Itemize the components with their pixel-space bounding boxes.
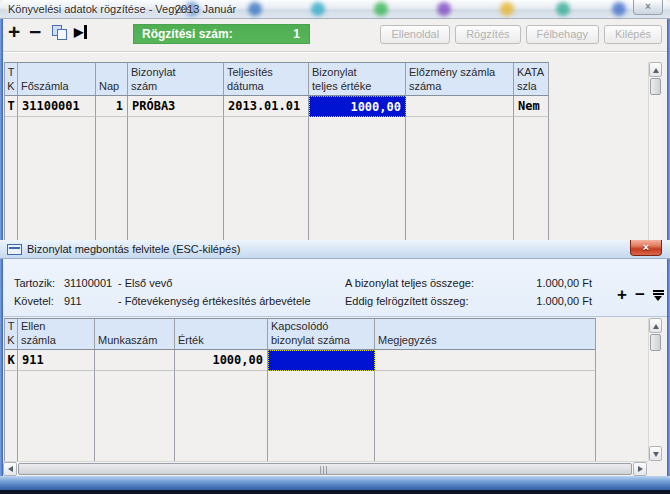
goto-last-record-icon[interactable]: ▶: [74, 25, 87, 39]
credit-label: Követel:: [14, 295, 54, 308]
rogzites-button[interactable]: Rögzítés: [455, 25, 520, 44]
scroll-thumb[interactable]: [650, 78, 661, 95]
scroll-thumb[interactable]: [18, 463, 632, 475]
recorded-amount-value: 1.000,00 Ft: [492, 295, 592, 308]
bar: [653, 290, 664, 292]
desktop-icon-blur: [374, 2, 388, 16]
felbehagy-button[interactable]: Félbehagy: [526, 25, 599, 44]
dialog-grid-empty-area: [4, 371, 596, 461]
header-teljesites-datuma: Teljesítésdátuma: [224, 62, 309, 96]
empty-cell: [514, 117, 549, 240]
remove-split-icon[interactable]: −: [635, 287, 645, 303]
recorded-amount-label: Eddig felrögzített összeg:: [345, 295, 469, 308]
debit-description: - Első vevő: [118, 277, 172, 290]
empty-cell: [18, 371, 95, 461]
header-tk: TK: [5, 318, 18, 350]
add-split-icon[interactable]: +: [617, 287, 627, 303]
header-ertek: Érték: [175, 318, 268, 350]
collapse-menu-icon[interactable]: [653, 289, 664, 301]
scroll-thumb[interactable]: [650, 334, 661, 351]
cell-kata-szla[interactable]: Nem: [514, 96, 549, 117]
dialog-horizontal-scrollbar[interactable]: [3, 461, 648, 476]
record-counter-label: Rögzítési szám:: [142, 27, 233, 41]
cell-tk[interactable]: T: [5, 96, 18, 117]
total-amount-label: A bizonylat teljes összege:: [345, 277, 474, 290]
empty-cell: [5, 117, 18, 240]
dialog-form-icon: [7, 244, 22, 255]
desktop-icon-blur: [311, 2, 325, 16]
copy-icon[interactable]: [52, 25, 67, 40]
empty-cell: [268, 371, 375, 461]
debit-label: Tartozik:: [14, 277, 55, 290]
dialog-row-tools: + −: [617, 287, 664, 303]
cell-bizonylat-teljes-erteke-selected[interactable]: 1000,00: [309, 96, 406, 117]
empty-cell: [224, 117, 309, 240]
empty-cell: [375, 371, 596, 461]
header-kapcsolodo-bizonylat: Kapcsolódóbizonylat száma: [268, 318, 375, 350]
bar: [653, 293, 664, 295]
arrow-down-icon: [653, 452, 659, 457]
header-megjegyzes: Megjegyzés: [375, 318, 596, 350]
empty-cell: [309, 117, 406, 240]
empty-cell: [406, 117, 514, 240]
cell-megjegyzes[interactable]: [375, 350, 596, 371]
total-amount-value: 1.000,00 Ft: [492, 277, 592, 290]
window-title: Könyvelési adatok rögzítése - Vegyes: [8, 0, 191, 18]
kilepes-button[interactable]: Kilépés: [604, 25, 662, 44]
arrow-up-icon: [653, 324, 659, 329]
bizonylat-megbontas-dialog: Bizonylat megbontás felvitele (ESC-kilép…: [0, 240, 670, 494]
desktop-icon-blur: [248, 2, 262, 16]
empty-cell: [175, 371, 268, 461]
debit-value: 31100001: [64, 277, 112, 290]
cell-ellen-szamla[interactable]: 911: [18, 350, 95, 371]
empty-cell: [95, 371, 175, 461]
header-kata-szla: KATAszla: [514, 62, 549, 96]
empty-cell: [96, 117, 128, 240]
add-record-icon[interactable]: +: [8, 22, 20, 42]
dialog-titlebar: Bizonylat megbontás felvitele (ESC-kilép…: [0, 240, 670, 259]
cell-ertek[interactable]: 1000,00: [175, 350, 268, 371]
cell-munkaszam[interactable]: [95, 350, 175, 371]
scroll-up-button[interactable]: [649, 62, 662, 77]
cell-teljesites-datuma[interactable]: 2013.01.01: [224, 96, 309, 117]
triangle-down-icon: [654, 296, 662, 301]
main-grid-empty-area: [4, 117, 549, 240]
dialog-vertical-scrollbar[interactable]: [648, 318, 661, 461]
cell-nap[interactable]: 1: [96, 96, 128, 117]
delete-record-icon[interactable]: −: [29, 22, 41, 42]
arrow-left-icon: [8, 466, 13, 472]
dialog-bottom-edge: [0, 490, 670, 494]
scroll-right-button[interactable]: [633, 462, 647, 476]
header-ellen-szamla: Ellenszámla: [18, 318, 95, 350]
main-grid-header: TK Főszámla Nap Bizonylatszám Teljesítés…: [4, 62, 549, 96]
ellenoldal-button[interactable]: Ellenoldal: [380, 25, 450, 44]
close-icon: ×: [645, 1, 651, 12]
copy-icon-front: [57, 29, 67, 40]
credit-description: - Főtevékenység értékesítés árbevétele: [118, 295, 311, 308]
window-close-button[interactable]: ×: [633, 0, 663, 15]
scroll-up-button[interactable]: [649, 318, 662, 333]
titlebar: Könyvelési adatok rögzítése - Vegyes 201…: [0, 0, 670, 19]
record-counter-banner: Rögzítési szám: 1: [133, 24, 310, 44]
arrow-up-icon: [653, 68, 659, 73]
header-foszamla: Főszámla: [18, 62, 96, 96]
scroll-down-button[interactable]: [649, 446, 662, 461]
thumb-grip: [320, 466, 329, 474]
application-window: Könyvelési adatok rögzítése - Vegyes 201…: [0, 0, 670, 494]
dialog-close-button[interactable]: ×: [630, 240, 662, 256]
cell-elozmeny-szamla[interactable]: [406, 96, 514, 117]
header-bizonylat-szam: Bizonylatszám: [128, 62, 224, 96]
header-elozmeny-szamla: Előzmény számlaszáma: [406, 62, 514, 96]
close-icon: ×: [643, 241, 649, 253]
arrow-right-icon: [638, 466, 643, 472]
empty-cell: [18, 117, 96, 240]
cell-foszamla[interactable]: 31100001: [18, 96, 96, 117]
scroll-left-button[interactable]: [3, 462, 17, 476]
cell-tk[interactable]: K: [5, 350, 18, 371]
desktop-icon-blur: [612, 2, 626, 16]
main-vertical-scrollbar[interactable]: [648, 62, 661, 240]
cell-kapcsolodo-bizonylat-selected[interactable]: [268, 350, 375, 371]
dialog-grid-header: TK Ellenszámla Munkaszám Érték Kapcsolód…: [4, 318, 596, 350]
cell-bizonylat-szam[interactable]: PRÓBA3: [128, 96, 224, 117]
desktop-icon-blur: [500, 2, 514, 16]
